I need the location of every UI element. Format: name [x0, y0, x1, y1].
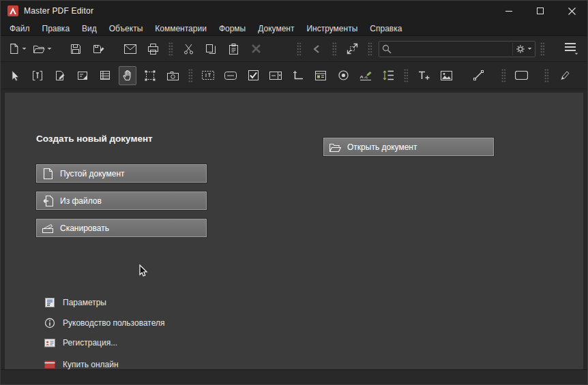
print-button[interactable] — [144, 40, 162, 59]
toolbar-grip[interactable] — [188, 69, 193, 82]
fit-to-window-button[interactable] — [343, 40, 361, 59]
status-bar — [1, 369, 587, 384]
screenshot-tool-button[interactable] — [164, 66, 181, 85]
measure-tool-button[interactable] — [289, 66, 307, 85]
text-spacing-tool-button[interactable] — [379, 66, 397, 85]
edit-forms-icon — [77, 70, 88, 81]
text-field-tool-button[interactable] — [199, 66, 217, 85]
push-button-tool-button[interactable] — [222, 66, 239, 85]
user-guide-link[interactable]: Руководство пользователя — [44, 318, 164, 328]
menu-tools[interactable]: Инструменты — [300, 22, 364, 35]
cut-button[interactable] — [179, 40, 197, 59]
toolbar-grip[interactable] — [544, 69, 549, 82]
copy-button[interactable] — [202, 40, 220, 59]
toolbar-grip[interactable] — [297, 42, 302, 56]
highlighter-icon — [559, 70, 570, 81]
scan-button[interactable]: Сканировать — [36, 219, 207, 237]
search-input[interactable] — [394, 42, 512, 56]
menu-bar: Файл Правка Вид Объекты Комментарии Форм… — [1, 21, 587, 36]
maximize-icon — [537, 7, 544, 14]
scanner-icon — [42, 224, 54, 233]
blank-document-icon — [42, 168, 54, 179]
radio-button-icon — [338, 70, 349, 80]
checkbox-tool-button[interactable] — [244, 66, 262, 85]
toolbar-grip[interactable] — [368, 42, 372, 56]
menu-help[interactable]: Справка — [364, 22, 408, 35]
image-tool-button[interactable] — [437, 66, 455, 85]
delete-button[interactable] — [247, 40, 265, 59]
signature-icon — [359, 71, 372, 80]
registration-link[interactable]: Регистрация... — [44, 338, 117, 348]
close-button[interactable] — [556, 1, 587, 21]
previous-view-button[interactable] — [308, 40, 325, 59]
text-field-icon — [202, 71, 214, 80]
buy-card-icon — [44, 360, 55, 369]
toolbar-grip[interactable] — [332, 42, 337, 56]
email-icon — [124, 44, 136, 54]
file-toolbar — [1, 36, 587, 62]
maximize-button[interactable] — [525, 1, 556, 21]
image-icon — [441, 71, 452, 80]
snapshot-tool-button[interactable] — [141, 66, 159, 85]
text-select-tool-button[interactable] — [29, 66, 46, 85]
delete-x-icon — [251, 44, 261, 54]
welcome-heading: Создать новый документ — [36, 134, 153, 144]
email-button[interactable] — [121, 40, 139, 59]
highlight-tool-button[interactable] — [555, 66, 573, 85]
content-area: Создать новый документ Пустой документ И… — [1, 89, 587, 369]
signature-tool-button[interactable] — [357, 66, 374, 85]
list-box-icon — [315, 71, 326, 80]
menu-file[interactable]: Файл — [3, 22, 36, 35]
main-menu-button[interactable] — [561, 40, 579, 59]
toolbar-grip[interactable] — [168, 42, 173, 56]
new-blank-document-button[interactable]: Пустой документ — [36, 164, 207, 183]
toolbar-grip[interactable] — [501, 69, 506, 82]
radio-button-tool-button[interactable] — [334, 66, 352, 85]
menu-view[interactable]: Вид — [76, 22, 103, 35]
hand-icon — [123, 70, 133, 81]
objects-list-button[interactable] — [96, 66, 114, 85]
save-as-button[interactable] — [89, 40, 107, 59]
scissors-icon — [183, 44, 194, 55]
options-link[interactable]: Параметры — [44, 297, 106, 308]
link-label: Параметры — [63, 298, 106, 307]
menu-comments[interactable]: Комментарии — [149, 22, 213, 35]
menu-document[interactable]: Документ — [252, 22, 300, 35]
open-folder-icon — [33, 44, 45, 55]
menu-objects[interactable]: Объекты — [103, 22, 149, 35]
buy-online-link[interactable]: Купить онлайн — [44, 360, 119, 369]
menu-edit[interactable]: Правка — [36, 22, 76, 35]
paste-button[interactable] — [224, 40, 242, 59]
callout-tool-button[interactable] — [512, 66, 530, 85]
edit-document-tool-button[interactable] — [51, 66, 69, 85]
open-document-button[interactable] — [32, 40, 53, 59]
add-text-icon — [418, 70, 430, 80]
new-document-button[interactable] — [8, 40, 27, 59]
list-box-tool-button[interactable] — [312, 66, 329, 85]
select-tool-button[interactable] — [6, 66, 24, 85]
combo-box-icon — [269, 72, 282, 80]
combo-box-tool-button[interactable] — [267, 66, 284, 85]
add-text-tool-button[interactable] — [415, 66, 432, 85]
new-from-files-button[interactable]: Из файлов — [36, 191, 207, 210]
edit-forms-tool-button[interactable] — [74, 66, 91, 85]
search-options-button[interactable] — [512, 43, 532, 55]
hand-tool-button[interactable] — [119, 66, 136, 85]
open-document-welcome-button[interactable]: Открыть документ — [323, 138, 494, 156]
camera-icon — [167, 71, 179, 80]
new-document-icon — [8, 43, 20, 55]
link-label: Купить онлайн — [63, 360, 119, 369]
push-button-icon — [224, 72, 237, 80]
toolbar-grip[interactable] — [404, 69, 409, 82]
save-button[interactable] — [67, 40, 85, 59]
search-icon — [382, 44, 392, 54]
save-as-icon — [93, 44, 104, 55]
minimize-button[interactable] — [493, 1, 525, 21]
button-label: Пустой документ — [60, 169, 125, 179]
button-label: Сканировать — [60, 224, 109, 233]
callout-icon — [515, 71, 528, 80]
menu-forms[interactable]: Формы — [213, 22, 252, 35]
toolbar-grip[interactable] — [540, 42, 545, 56]
line-tool-button[interactable] — [469, 66, 487, 85]
link-label: Регистрация... — [63, 338, 117, 348]
